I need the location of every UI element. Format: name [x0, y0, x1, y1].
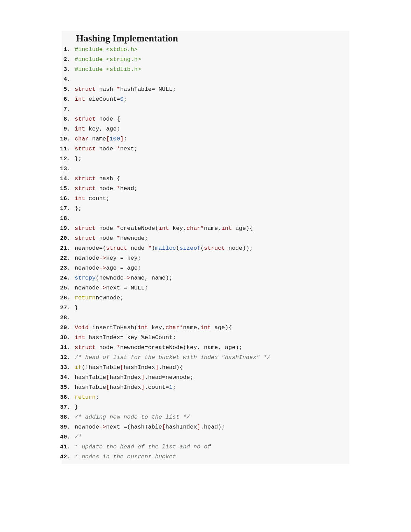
code-token: *	[116, 86, 120, 92]
code-token: .	[159, 364, 162, 371]
code-token: ;	[173, 334, 176, 341]
code-token: (	[183, 344, 186, 351]
code-token: strcpy	[75, 275, 96, 281]
code-line: int count;	[74, 194, 347, 203]
code-token: hashIndex	[124, 364, 155, 371]
code-token: ;	[134, 185, 137, 192]
code-token: name	[148, 275, 165, 281]
code-token: node	[96, 225, 116, 232]
code-token: count	[85, 195, 106, 202]
code-listing: #include <stdio.h>#include <string.h>#in…	[64, 45, 347, 462]
code-line: struct hash {	[74, 174, 347, 184]
code-token: (	[82, 364, 85, 371]
code-token: #include <stdio.h>	[75, 46, 138, 53]
code-token: ,	[197, 324, 200, 331]
code-token: return	[75, 394, 96, 400]
code-token: node	[96, 116, 116, 122]
code-token: )	[225, 324, 228, 331]
code-line: returnnewnode;	[74, 293, 347, 303]
code-token: }	[75, 404, 78, 410]
code-line: int key, age;	[74, 124, 347, 134]
code-token: key	[124, 334, 141, 341]
code-token: NULL	[155, 86, 173, 92]
code-token: {	[228, 324, 232, 331]
code-line: struct node *next;	[74, 144, 347, 154]
code-token: %	[141, 334, 145, 341]
code-line	[74, 74, 347, 84]
code-token: ,	[218, 344, 221, 351]
code-token: struct	[75, 116, 96, 122]
code-line: if(!hashTable[hashIndex].head){	[74, 362, 347, 372]
code-line: /* adding new node to the list */	[74, 412, 347, 422]
code-line: * nodes in the current bucket	[74, 452, 347, 462]
code-token: ->	[99, 265, 106, 271]
code-token: ,	[145, 275, 148, 281]
code-line: Void insertToHash(int key,char*name,int …	[74, 323, 347, 333]
code-token: int	[138, 324, 148, 331]
code-token: newnode	[120, 235, 145, 242]
code-token: struct	[75, 86, 96, 92]
code-token: newnode	[75, 285, 99, 291]
code-line	[74, 104, 347, 114]
code-token: name	[130, 275, 145, 281]
code-token: .	[145, 374, 148, 381]
code-token: eleCount	[85, 96, 117, 102]
code-line: hashTable[hashIndex].head=newnode;	[74, 372, 347, 382]
code-line: struct node {	[74, 114, 347, 124]
code-token: int	[75, 334, 85, 341]
code-token: name	[89, 136, 106, 142]
code-token: hashTable	[75, 374, 106, 381]
code-token: newnode	[75, 265, 99, 271]
code-line: newnode->key = key;	[74, 253, 347, 263]
code-token: ,	[218, 225, 221, 232]
code-token: =	[145, 344, 148, 351]
page-title: Hashing Implementation	[64, 31, 347, 45]
code-token: newnode	[75, 424, 99, 430]
code-token: newnode	[75, 245, 99, 251]
code-token: *	[116, 146, 120, 152]
code-token: ;	[124, 136, 127, 142]
code-token: hash	[96, 86, 116, 92]
code-token: key	[187, 344, 197, 351]
code-line: };	[74, 203, 347, 213]
code-line: int hashIndex= key %eleCount;	[74, 333, 347, 343]
code-token: hashTable	[75, 384, 106, 391]
code-token: struct	[75, 175, 96, 182]
code-token: [	[120, 364, 124, 371]
code-line: struct hash *hashTable= NULL;	[74, 84, 347, 94]
code-token: /* head of list for the bucket with inde…	[75, 354, 270, 361]
code-token: .	[200, 424, 204, 430]
code-token: =	[124, 285, 127, 291]
code-token: age	[232, 225, 246, 232]
code-token: (	[200, 245, 204, 251]
code-token: #include <stdlib.h>	[75, 66, 141, 73]
code-token: node	[127, 245, 148, 251]
code-token: name	[183, 324, 197, 331]
code-token: count	[148, 384, 165, 391]
code-token: struct	[106, 245, 127, 251]
code-token: }	[75, 305, 78, 311]
code-line: #include <stdlib.h>	[74, 64, 347, 74]
code-token: };	[75, 205, 82, 212]
code-token: node	[96, 146, 116, 152]
code-token: ->	[99, 424, 106, 430]
code-token: hashIndex	[165, 424, 197, 430]
code-line: strcpy(newnode->name, name);	[74, 273, 347, 283]
code-token: )	[151, 245, 155, 251]
code-line: char name[100];	[74, 134, 347, 144]
code-line: /* head of list for the bucket with inde…	[74, 352, 347, 362]
document-page: Hashing Implementation #include <stdio.h…	[0, 0, 411, 532]
code-token: ;	[96, 394, 99, 400]
code-token: next	[106, 424, 124, 430]
code-token: [	[106, 136, 110, 142]
code-token: struct	[204, 245, 225, 251]
code-token: int	[75, 96, 85, 102]
code-token: [	[162, 424, 165, 430]
code-token: (	[134, 324, 137, 331]
code-token: struct	[75, 344, 96, 351]
code-token: newnode	[120, 344, 145, 351]
code-line: newnode=(struct node *)malloc(sizeof(str…	[74, 243, 347, 253]
code-line: return;	[74, 392, 347, 402]
code-token: (	[155, 225, 159, 232]
code-token: node	[96, 344, 116, 351]
